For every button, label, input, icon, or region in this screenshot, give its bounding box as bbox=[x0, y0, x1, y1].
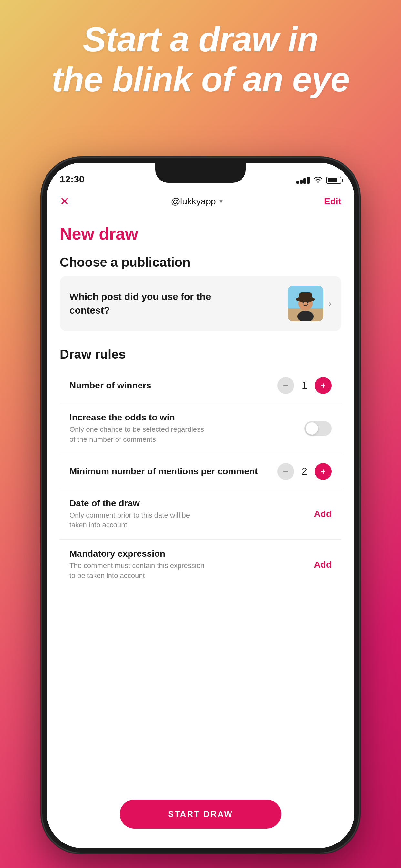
date-of-draw-sublabel: Only comment prior to this date will be … bbox=[69, 510, 205, 531]
chevron-down-icon: ▾ bbox=[219, 197, 223, 206]
publication-card[interactable]: Which post did you use for the contest? bbox=[60, 276, 341, 331]
main-content: New draw Choose a publication Which post… bbox=[47, 214, 354, 848]
signal-bars-icon bbox=[297, 177, 310, 184]
wifi-icon bbox=[313, 176, 322, 185]
minimum-mentions-row: Minimum number of mentions per comment −… bbox=[60, 454, 341, 489]
mandatory-expression-sublabel: The comment must contain this expression… bbox=[69, 561, 205, 581]
phone-screen: 12:30 bbox=[47, 163, 354, 848]
top-nav: ✕ @lukkyapp ▾ Edit bbox=[47, 189, 354, 214]
battery-icon bbox=[327, 177, 341, 184]
start-draw-button[interactable]: START DRAW bbox=[120, 800, 281, 829]
svg-point-6 bbox=[303, 302, 304, 304]
page-title: New draw bbox=[60, 224, 341, 244]
number-of-winners-label: Number of winners bbox=[69, 380, 151, 391]
date-of-draw-label: Date of the draw bbox=[69, 498, 205, 508]
close-button[interactable]: ✕ bbox=[60, 195, 69, 208]
mandatory-expression-row: Mandatory expression The comment must co… bbox=[60, 539, 341, 590]
account-name: @lukkyapp bbox=[171, 196, 216, 207]
minimum-mentions-label: Minimum number of mentions per comment bbox=[69, 466, 258, 476]
phone-notch bbox=[155, 163, 246, 183]
date-of-draw-row: Date of the draw Only comment prior to t… bbox=[60, 489, 341, 540]
publication-card-right: › bbox=[288, 286, 332, 321]
publication-card-text: Which post did you use for the contest? bbox=[69, 290, 214, 317]
svg-rect-5 bbox=[299, 292, 312, 300]
hero-text: Start a draw in the blink of an eye bbox=[0, 20, 401, 99]
minimum-mentions-controls: − 2 + bbox=[277, 463, 332, 480]
svg-point-7 bbox=[307, 302, 309, 304]
date-add-button[interactable]: Add bbox=[314, 509, 332, 519]
choose-publication-heading: Choose a publication bbox=[60, 255, 341, 270]
mentions-increase-button[interactable]: + bbox=[315, 463, 332, 480]
draw-rules-heading: Draw rules bbox=[60, 347, 341, 362]
mentions-value: 2 bbox=[301, 465, 308, 477]
publication-thumbnail bbox=[288, 286, 323, 321]
phone-device: 12:30 bbox=[42, 158, 359, 852]
increase-odds-row: Increase the odds to win Only one chance… bbox=[60, 403, 341, 454]
status-time: 12:30 bbox=[60, 174, 85, 185]
mandatory-expression-label: Mandatory expression bbox=[69, 549, 205, 559]
increase-odds-label: Increase the odds to win bbox=[69, 412, 205, 423]
increase-odds-toggle[interactable] bbox=[305, 421, 332, 436]
toggle-knob bbox=[306, 423, 318, 435]
number-of-winners-controls: − 1 + bbox=[277, 377, 332, 394]
number-of-winners-row: Number of winners − 1 + bbox=[60, 368, 341, 403]
account-selector[interactable]: @lukkyapp ▾ bbox=[171, 196, 223, 207]
draw-rules-card: Number of winners − 1 + Increase the odd… bbox=[60, 368, 341, 590]
winners-decrease-button[interactable]: − bbox=[277, 377, 294, 394]
increase-odds-sublabel: Only one chance to be selected regardles… bbox=[69, 425, 205, 445]
edit-button[interactable]: Edit bbox=[324, 196, 341, 207]
winners-increase-button[interactable]: + bbox=[315, 377, 332, 394]
publication-chevron-right-icon: › bbox=[328, 298, 332, 309]
status-icons bbox=[297, 176, 341, 185]
mentions-decrease-button[interactable]: − bbox=[277, 463, 294, 480]
expression-add-button[interactable]: Add bbox=[314, 560, 332, 570]
winners-value: 1 bbox=[301, 380, 308, 392]
